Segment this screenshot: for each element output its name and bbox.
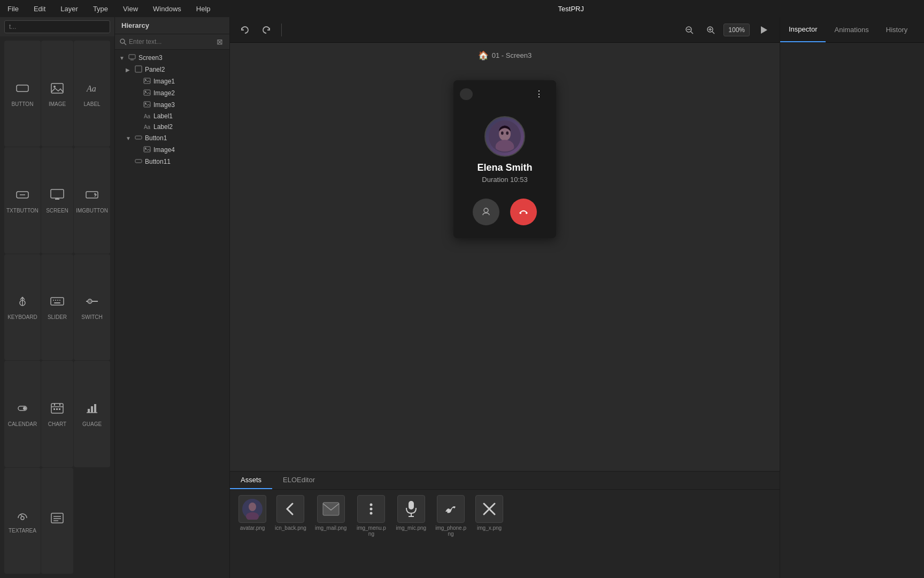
- tree-item-image1[interactable]: Image1: [115, 75, 229, 87]
- right-panel-header: Inspector Animations History: [780, 17, 924, 43]
- asset-thumb-img-menu: [357, 495, 385, 523]
- component-calendar[interactable]: CHART: [41, 361, 73, 467]
- svg-marker-61: [761, 26, 767, 34]
- play-button[interactable]: [754, 20, 773, 40]
- menu-view[interactable]: View: [120, 4, 141, 14]
- component-switch[interactable]: CALENDAR: [4, 361, 41, 467]
- component-label[interactable]: Aa LABEL: [74, 41, 110, 147]
- image-type-icon: [143, 146, 151, 154]
- tree-item-panel2[interactable]: ▶ Panel2: [115, 64, 229, 75]
- phone-more-button[interactable]: ⋮: [528, 85, 550, 103]
- right-tab-history[interactable]: History: [877, 17, 916, 42]
- end-call-icon: [518, 206, 529, 218]
- textarea-icon: [50, 511, 65, 529]
- tree-item-image2[interactable]: Image2: [115, 87, 229, 99]
- component-imgbutton[interactable]: KEYBOARD: [4, 254, 41, 360]
- zoom-in-button[interactable]: [702, 21, 719, 39]
- menu-bar: File Edit Layer Type View Windows Help T…: [0, 0, 924, 17]
- asset-img-menu[interactable]: img_menu.png: [355, 495, 387, 537]
- components-grid: BUTTON IMAGE Aa LABEL TXTBUTTON: [0, 36, 114, 578]
- hierarchy-header: Hierarcy: [115, 17, 229, 34]
- component-search-input[interactable]: [4, 20, 110, 33]
- component-screen[interactable]: SCREEN: [41, 147, 73, 253]
- svg-point-72: [249, 503, 256, 511]
- asset-name-icn-back: icn_back.png: [275, 525, 306, 531]
- svg-rect-0: [17, 85, 28, 92]
- hierarchy-search-input[interactable]: [129, 38, 212, 45]
- phone-avatar-area: Elena Smith Duration 10:53: [453, 108, 556, 188]
- asset-img-mail[interactable]: img_mail.png: [315, 495, 346, 531]
- menu-type[interactable]: Type: [90, 4, 111, 14]
- asset-avatar[interactable]: avatar.png: [238, 495, 266, 531]
- slider-icon: [84, 294, 99, 312]
- asset-img-phone[interactable]: img_phone.png: [435, 495, 467, 537]
- menu-file[interactable]: File: [4, 4, 22, 14]
- bottom-tabs: Assets ELOEditor: [230, 471, 780, 490]
- component-dropdown[interactable]: IMGBUTTON: [74, 147, 110, 253]
- panel-type-icon: [134, 65, 143, 74]
- mute-button[interactable]: [473, 199, 499, 225]
- menu-layer[interactable]: Layer: [57, 4, 81, 14]
- svg-point-77: [370, 512, 373, 515]
- tree-item-image3[interactable]: Image3: [115, 99, 229, 111]
- component-keyboard[interactable]: SLIDER: [41, 254, 73, 360]
- tree-item-label1[interactable]: Aa Label1: [115, 111, 229, 121]
- zoom-out-icon: [684, 25, 694, 35]
- hierarchy-clear-button[interactable]: ⊠: [214, 37, 225, 46]
- asset-thumb-img-mic: [397, 495, 425, 523]
- tree-item-label2[interactable]: Aa Label2: [115, 121, 229, 132]
- keyboard-icon: [50, 294, 65, 312]
- screen-type-icon: [128, 54, 136, 62]
- right-tab-inspector[interactable]: Inspector: [780, 17, 826, 42]
- svg-rect-43: [135, 66, 142, 72]
- dropdown-label: IMGBUTTON: [76, 208, 108, 214]
- dropdown-icon: [84, 187, 99, 206]
- asset-img-x[interactable]: img_x.png: [475, 495, 503, 531]
- component-chart[interactable]: GUAGE: [74, 361, 110, 467]
- tree-item-button1[interactable]: ▼ Button1: [115, 132, 229, 144]
- menu-windows[interactable]: Windows: [150, 4, 184, 14]
- tree-item-name-panel2: Panel2: [145, 66, 165, 73]
- phone-top-bar: ⋮: [453, 80, 556, 108]
- svg-rect-50: [135, 136, 142, 139]
- imgbutton-icon: [15, 294, 30, 312]
- asset-thumb-icn-back: [276, 495, 304, 523]
- screen-title: 01 - Screen3: [492, 51, 532, 59]
- tree-item-button11[interactable]: Button11: [115, 156, 229, 168]
- tree-item-image4[interactable]: Image4: [115, 144, 229, 156]
- tree-item-screen3[interactable]: ▼ Screen3: [115, 52, 229, 64]
- component-button[interactable]: BUTTON: [4, 41, 41, 147]
- asset-icn-back[interactable]: icn_back.png: [275, 495, 306, 531]
- svg-rect-41: [129, 55, 135, 59]
- svg-rect-74: [323, 503, 339, 515]
- tab-assets[interactable]: Assets: [230, 471, 272, 489]
- component-image[interactable]: IMAGE: [41, 41, 73, 147]
- redo-button[interactable]: [258, 21, 275, 39]
- undo-button[interactable]: [236, 21, 253, 39]
- button-label: BUTTON: [11, 101, 33, 107]
- component-txtbutton[interactable]: TXTBUTTON: [4, 147, 41, 253]
- phone-close-button[interactable]: [460, 88, 473, 100]
- asset-thumb-avatar: [238, 495, 266, 523]
- end-call-button[interactable]: [510, 199, 537, 225]
- menu-edit[interactable]: Edit: [30, 4, 49, 14]
- txtbutton-label: TXTBUTTON: [6, 208, 38, 214]
- right-tab-animations[interactable]: Animations: [826, 17, 877, 42]
- button-type-icon: [134, 157, 143, 166]
- zoom-control[interactable]: 100%: [723, 24, 750, 36]
- asset-img-mic[interactable]: img_mic.png: [396, 495, 426, 531]
- app-title: TestPRJ: [555, 4, 587, 14]
- redo-icon: [261, 25, 271, 35]
- tree-item-name-label1: Label1: [153, 112, 173, 120]
- menu-help[interactable]: Help: [193, 4, 214, 14]
- svg-point-76: [370, 508, 373, 511]
- svg-rect-30: [88, 409, 90, 413]
- component-guage[interactable]: TEXTAREA: [4, 468, 41, 574]
- svg-point-39: [120, 39, 125, 43]
- component-slider[interactable]: SWITCH: [74, 254, 110, 360]
- zoom-out-button[interactable]: [681, 21, 698, 39]
- component-textarea[interactable]: [41, 468, 73, 574]
- svg-point-68: [501, 132, 504, 135]
- tab-eloeditor[interactable]: ELOEditor: [272, 471, 326, 489]
- guage-icon: [15, 507, 30, 526]
